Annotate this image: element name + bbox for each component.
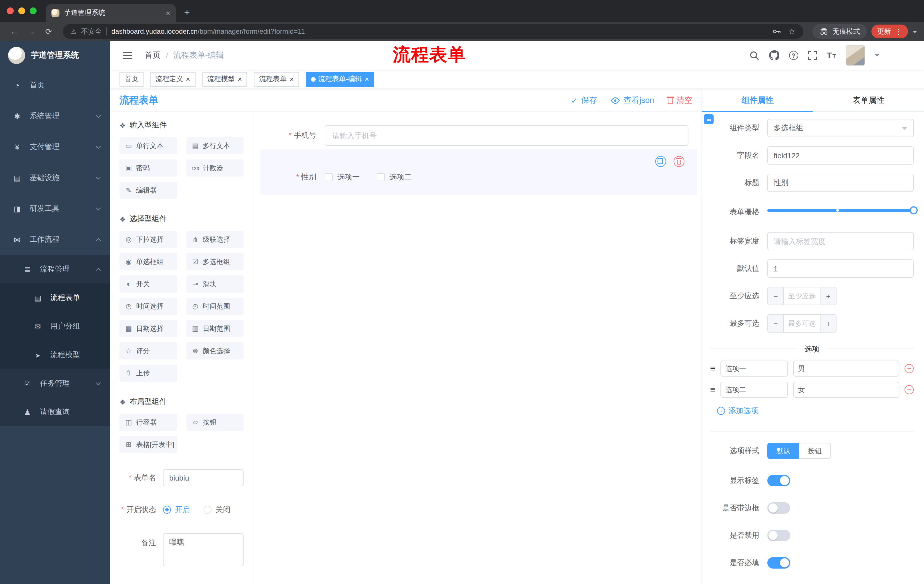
clear-button[interactable]: 清空: [668, 95, 693, 105]
status-on-radio[interactable]: 开启: [163, 505, 190, 515]
save-button[interactable]: 保存: [571, 95, 597, 105]
gender-option-1[interactable]: 选项一: [325, 172, 360, 182]
palette-item-row-container[interactable]: 行容器: [119, 414, 177, 431]
close-window-button[interactable]: [7, 7, 14, 14]
option-style-button-button[interactable]: 按钮: [799, 443, 831, 459]
phone-input[interactable]: [325, 125, 688, 146]
drag-handle-icon[interactable]: [710, 385, 715, 395]
sidebar-item-infrastructure[interactable]: 基础设施: [0, 162, 111, 193]
palette-item-button[interactable]: 按钮: [186, 414, 244, 431]
option-value-input[interactable]: [793, 382, 899, 398]
help-icon[interactable]: [789, 51, 798, 60]
sidebar-logo[interactable]: 芋道管理系统: [0, 41, 111, 70]
minimize-window-button[interactable]: [18, 7, 25, 14]
add-option-button[interactable]: 添加选项: [717, 406, 914, 416]
tag-close-icon[interactable]: [289, 75, 294, 84]
phone-field-row[interactable]: 手机号: [260, 125, 697, 146]
min-select-value[interactable]: 至少应选: [784, 288, 820, 304]
view-json-button[interactable]: 查看json: [611, 95, 654, 105]
title-input[interactable]: [767, 174, 914, 192]
palette-item-password[interactable]: 密码: [119, 160, 177, 176]
github-icon[interactable]: [769, 50, 779, 61]
sidebar-item-process-model[interactable]: 流程模型: [0, 341, 111, 369]
remove-option-icon[interactable]: [904, 385, 914, 394]
sidebar-item-process-form[interactable]: 流程表单: [0, 283, 111, 312]
max-select-value[interactable]: 最多可选: [784, 315, 820, 332]
tag-close-icon[interactable]: [186, 75, 190, 84]
decrease-button[interactable]: [768, 288, 784, 304]
palette-item-editor[interactable]: 编辑器: [119, 182, 177, 199]
drag-handle-icon[interactable]: [710, 364, 715, 374]
tag-process-form-edit[interactable]: 流程表单-编辑: [306, 72, 374, 87]
remove-option-icon[interactable]: [904, 364, 914, 373]
tab-close-icon[interactable]: [166, 8, 170, 17]
decrease-button[interactable]: [768, 315, 784, 332]
sidebar-item-user-group[interactable]: 用户分组: [0, 312, 111, 341]
user-avatar[interactable]: [846, 45, 865, 66]
sidebar-item-leave-query[interactable]: 请假查询: [0, 398, 111, 426]
address-bar[interactable]: 不安全 dashboard.yudao.iocoder.cn/bpm/manag…: [63, 24, 804, 39]
form-canvas[interactable]: 手机号 性别: [253, 112, 701, 584]
form-grid-slider[interactable]: [767, 201, 914, 219]
palette-item-text-field[interactable]: 单行文本: [119, 137, 177, 154]
increase-button[interactable]: [820, 315, 836, 332]
gender-option-2[interactable]: 选项二: [377, 172, 412, 182]
tab-component-props[interactable]: 组件属性: [702, 89, 813, 112]
sidebar-item-system-management[interactable]: 系统管理: [0, 100, 111, 132]
tag-process-form[interactable]: 流程表单: [254, 72, 299, 87]
option-label-input[interactable]: [721, 382, 788, 398]
palette-item-time-picker[interactable]: 时间选择: [119, 298, 177, 315]
palette-item-radio-group[interactable]: 单选框组: [119, 253, 177, 270]
field-name-input[interactable]: [767, 146, 914, 165]
label-width-input[interactable]: [767, 232, 914, 250]
sidebar-item-process-management[interactable]: 流程管理: [0, 255, 111, 283]
tag-process-model[interactable]: 流程模型: [202, 72, 247, 87]
copy-component-button[interactable]: [655, 156, 666, 167]
palette-item-select[interactable]: 下拉选择: [119, 231, 177, 248]
hamburger-icon[interactable]: [119, 50, 135, 61]
palette-item-upload[interactable]: 上传: [119, 365, 177, 382]
forward-icon[interactable]: →: [24, 27, 39, 36]
sidebar-item-dev-tools[interactable]: 研发工具: [0, 193, 111, 224]
palette-item-slider[interactable]: 滑块: [186, 275, 244, 293]
checkbox-icon[interactable]: [325, 173, 333, 181]
breadcrumb-home[interactable]: 首页: [145, 50, 161, 61]
zoom-window-button[interactable]: [30, 7, 36, 14]
option-value-input[interactable]: [793, 360, 899, 377]
palette-item-switch[interactable]: 开关: [119, 275, 177, 293]
password-key-icon[interactable]: [773, 28, 781, 35]
border-toggle[interactable]: [767, 502, 790, 514]
page-url[interactable]: dashboard.yudao.iocoder.cn/bpm/manager/f…: [112, 28, 305, 35]
palette-item-checkbox-group[interactable]: 多选框组: [186, 253, 244, 270]
form-name-input[interactable]: [163, 469, 244, 486]
browser-tab[interactable]: 芋道管理系统: [46, 4, 176, 22]
sidebar-item-task-management[interactable]: 任务管理: [0, 369, 111, 398]
avatar-caret-down-icon[interactable]: [875, 54, 879, 59]
default-value-input[interactable]: [767, 260, 914, 278]
option-label-input[interactable]: [721, 360, 788, 377]
browser-menu-icon[interactable]: [895, 27, 902, 36]
sidebar-item-workflow[interactable]: 工作流程: [0, 224, 111, 255]
component-type-select[interactable]: 多选框组: [767, 119, 914, 137]
sidebar-item-home[interactable]: 首页: [0, 70, 111, 100]
sidebar-item-payment-management[interactable]: 支付管理: [0, 132, 111, 162]
status-off-radio[interactable]: 关闭: [203, 505, 231, 515]
new-tab-button[interactable]: [184, 7, 190, 18]
search-icon[interactable]: [749, 51, 759, 60]
gender-field-selected[interactable]: 性别 选项一 选项二: [260, 149, 697, 195]
required-toggle[interactable]: [767, 557, 790, 569]
palette-item-counter[interactable]: 计数器: [186, 160, 244, 176]
security-label[interactable]: 不安全: [81, 26, 102, 36]
tag-home[interactable]: 首页: [119, 72, 144, 87]
palette-item-date-picker[interactable]: 日期选择: [119, 320, 177, 337]
palette-item-time-range[interactable]: 时间范围: [186, 298, 244, 315]
palette-item-color-picker[interactable]: 颜色选择: [186, 342, 244, 359]
palette-item-table[interactable]: 表格[开发中]: [119, 436, 177, 453]
tag-close-icon[interactable]: [365, 75, 369, 84]
slider-handle[interactable]: [910, 206, 918, 214]
reload-icon[interactable]: ⟳: [41, 27, 56, 36]
back-icon[interactable]: ←: [7, 27, 22, 36]
delete-component-button[interactable]: [673, 156, 685, 167]
toolbar-caret-down-icon[interactable]: [912, 31, 917, 35]
bookmark-star-icon[interactable]: [788, 27, 795, 36]
